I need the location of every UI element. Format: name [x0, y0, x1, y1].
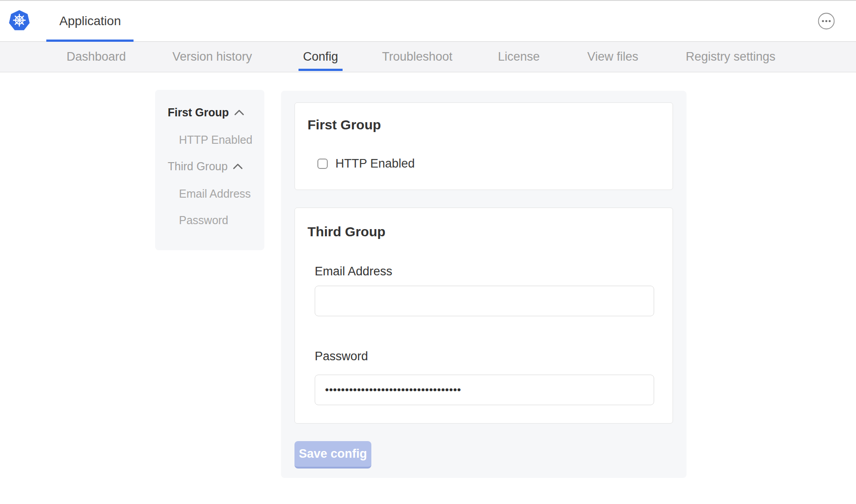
app-header: Application: [0, 0, 856, 42]
subnav-tab-config[interactable]: Config: [303, 42, 338, 72]
more-options-button[interactable]: [818, 13, 835, 30]
chevron-up-icon: [234, 110, 244, 115]
password-label: Password: [315, 349, 660, 362]
http-enabled-checkbox[interactable]: [317, 159, 328, 169]
subnav-tab-dashboard[interactable]: Dashboard: [67, 42, 126, 72]
email-address-input[interactable]: [315, 286, 654, 316]
subnav-tab-version-history[interactable]: Version history: [172, 42, 252, 72]
save-config-button[interactable]: Save config: [294, 441, 371, 469]
http-enabled-row: HTTP Enabled: [317, 158, 660, 170]
sidebar-group-first-group[interactable]: First Group: [168, 106, 264, 119]
email-address-field: Email Address: [308, 265, 660, 316]
app-subnav: Dashboard Version history Config Trouble…: [0, 42, 856, 72]
subnav-tab-registry-settings[interactable]: Registry settings: [686, 42, 776, 72]
sidebar-item-password[interactable]: Password: [168, 214, 264, 225]
email-address-label: Email Address: [315, 265, 660, 277]
http-enabled-label[interactable]: HTTP Enabled: [335, 157, 415, 171]
config-sidebar: First Group HTTP Enabled Third Group Ema…: [155, 90, 264, 250]
group-title: Third Group: [308, 224, 660, 239]
sidebar-item-http-enabled[interactable]: HTTP Enabled: [168, 133, 264, 145]
tab-application[interactable]: Application: [59, 1, 121, 41]
subnav-tab-license[interactable]: License: [498, 42, 539, 72]
sidebar-group-title: First Group: [168, 106, 229, 119]
app-title: Application: [59, 14, 121, 28]
ellipsis-icon: [818, 13, 835, 30]
password-input[interactable]: [315, 375, 654, 405]
password-field: Password: [308, 349, 660, 405]
config-content: First Group HTTP Enabled Third Group Ema…: [281, 91, 687, 478]
config-card-first-group: First Group HTTP Enabled: [294, 102, 673, 190]
config-card-third-group: Third Group Email Address Password: [294, 208, 673, 424]
subnav-tab-view-files[interactable]: View files: [587, 42, 638, 72]
subnav-tab-troubleshoot[interactable]: Troubleshoot: [382, 42, 453, 72]
group-title: First Group: [308, 117, 660, 133]
sidebar-group-third-group[interactable]: Third Group: [168, 160, 264, 172]
chevron-up-icon: [233, 164, 243, 169]
sidebar-item-email-address[interactable]: Email Address: [168, 187, 264, 199]
kubernetes-logo-icon[interactable]: [9, 10, 30, 31]
sidebar-group-title: Third Group: [168, 160, 227, 173]
